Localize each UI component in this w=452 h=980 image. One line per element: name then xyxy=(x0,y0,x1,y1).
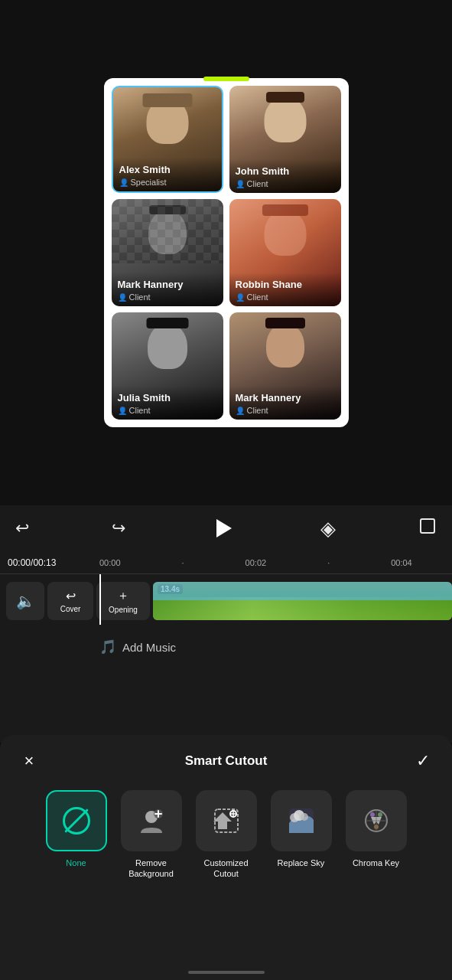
panel-title: Smart Cutout xyxy=(185,753,268,769)
expand-button[interactable] xyxy=(418,517,437,540)
person-icon-robbin: 👤 xyxy=(236,293,245,302)
opening-button[interactable]: ＋ Opening xyxy=(96,582,150,620)
play-icon xyxy=(216,519,232,537)
cell-role-mark1: 👤 Client xyxy=(118,292,217,302)
person-icon-john: 👤 xyxy=(236,180,245,188)
custom-cutout-icon-box xyxy=(196,790,257,851)
svg-point-11 xyxy=(301,813,308,821)
svg-marker-4 xyxy=(213,812,232,829)
cell-name-john: John Smith xyxy=(236,165,335,178)
svg-point-13 xyxy=(370,812,375,817)
cell-role-julia: 👤 Client xyxy=(118,406,217,415)
custom-cutout-label: CustomizedCutout xyxy=(203,858,248,880)
plus-icon: ＋ xyxy=(117,588,129,604)
custom-cutout-svg xyxy=(212,806,241,835)
grid-cell-john-smith[interactable]: John Smith 👤 Client xyxy=(229,86,341,193)
option-custom-cutout[interactable]: CustomizedCutout xyxy=(192,790,261,880)
music-icon: 🎵 xyxy=(99,639,116,655)
person-icon-alex: 👤 xyxy=(119,178,128,187)
option-remove-bg[interactable]: RemoveBackground xyxy=(117,790,186,880)
timeline-tracks: 🔈 ↩ Cover ＋ Opening 13.4s xyxy=(0,574,452,628)
remove-bg-icon-box xyxy=(121,790,182,851)
timeline: 00:00/00:13 00:00 · 00:02 · 00:04 🔈 ↩ Co… xyxy=(0,551,452,743)
cell-label-robbin: Robbin Shane 👤 Client xyxy=(229,273,341,306)
grid-cell-julia-smith[interactable]: Julia Smith 👤 Client xyxy=(112,312,223,420)
close-button[interactable]: × xyxy=(15,747,43,775)
playback-controls: ↩ ↪ ◈ xyxy=(0,505,452,551)
remove-bg-svg xyxy=(137,806,166,835)
option-chroma-key[interactable]: Chroma Key xyxy=(342,790,411,880)
person-icon-mark2: 👤 xyxy=(236,407,245,415)
cover-button[interactable]: ↩ Cover xyxy=(47,582,93,620)
cell-name-julia: Julia Smith xyxy=(118,392,217,404)
smart-cutout-panel: × Smart Cutout ✓ None xyxy=(0,735,452,980)
cover-icon: ↩ xyxy=(66,589,76,603)
cell-role-alex: 👤 Specialist xyxy=(119,178,216,187)
audio-track[interactable]: 🔈 xyxy=(6,582,44,620)
grid-cell-mark-hannery-2[interactable]: Mark Hannery 👤 Client xyxy=(229,312,341,420)
check-button[interactable]: ✓ xyxy=(409,747,437,775)
chroma-key-svg xyxy=(362,806,391,835)
replace-sky-svg xyxy=(287,806,316,835)
person-icon-julia: 👤 xyxy=(118,407,127,415)
opening-label: Opening xyxy=(109,606,138,614)
grid-cell-robbin-shane[interactable]: Robbin Shane 👤 Client xyxy=(229,199,341,306)
option-replace-sky[interactable]: Replace Sky xyxy=(267,790,336,880)
add-music-row[interactable]: 🎵 Add Music xyxy=(0,628,452,666)
time-marks: 00:00 · 00:02 · 00:04 xyxy=(99,558,452,567)
redo-button[interactable]: ↪ xyxy=(112,518,125,538)
diamond-button[interactable]: ◈ xyxy=(320,517,336,541)
cell-label-mark1: Mark Hannery 👤 Client xyxy=(112,273,223,306)
bottom-handle xyxy=(188,971,265,974)
cell-name-alex: Alex Smith xyxy=(119,164,216,176)
time-display: 00:00/00:13 xyxy=(8,557,56,568)
grid-cell-mark-hannery-1[interactable]: Mark Hannery 👤 Client xyxy=(112,199,223,306)
remove-bg-label: RemoveBackground xyxy=(128,858,174,880)
add-music-label: Add Music xyxy=(122,641,176,654)
cover-label: Cover xyxy=(60,605,81,613)
option-none[interactable]: None xyxy=(42,790,111,880)
cell-label-alex: Alex Smith 👤 Specialist xyxy=(113,158,222,191)
cell-role-mark2: 👤 Client xyxy=(236,406,335,415)
time-ruler: 00:00/00:13 00:00 · 00:02 · 00:04 xyxy=(0,551,452,574)
playhead xyxy=(99,574,101,625)
panel-header: × Smart Cutout ✓ xyxy=(8,735,444,784)
undo-button[interactable]: ↩ xyxy=(15,518,29,538)
svg-rect-0 xyxy=(421,519,434,533)
cell-label-mark2: Mark Hannery 👤 Client xyxy=(229,386,341,420)
chroma-key-icon-box xyxy=(346,790,407,851)
play-button[interactable] xyxy=(208,513,239,544)
cell-name-mark1: Mark Hannery xyxy=(118,279,217,291)
replace-sky-icon-box xyxy=(271,790,332,851)
cell-role-robbin: 👤 Client xyxy=(236,292,335,302)
video-clip[interactable]: 13.4s xyxy=(153,582,452,620)
cell-name-mark2: Mark Hannery xyxy=(236,392,335,404)
none-label: None xyxy=(66,858,86,868)
chroma-key-label: Chroma Key xyxy=(353,858,399,868)
replace-sky-label: Replace Sky xyxy=(278,858,325,868)
speaker-icon: 🔈 xyxy=(16,592,35,610)
person-grid: Alex Smith 👤 Specialist John Smith 👤 Cli… xyxy=(104,78,349,427)
none-icon-box xyxy=(46,790,107,851)
grid-cell-alex-smith[interactable]: Alex Smith 👤 Specialist xyxy=(112,86,223,193)
cutout-options: None RemoveBackground xyxy=(8,784,444,886)
cell-name-robbin: Robbin Shane xyxy=(236,279,335,291)
svg-point-14 xyxy=(378,812,382,817)
cell-label-john: John Smith 👤 Client xyxy=(229,159,341,193)
video-preview: Alex Smith 👤 Specialist John Smith 👤 Cli… xyxy=(0,0,452,505)
person-icon-mark1: 👤 xyxy=(118,293,127,302)
cell-label-julia: Julia Smith 👤 Client xyxy=(112,386,223,420)
cell-role-john: 👤 Client xyxy=(236,179,335,188)
